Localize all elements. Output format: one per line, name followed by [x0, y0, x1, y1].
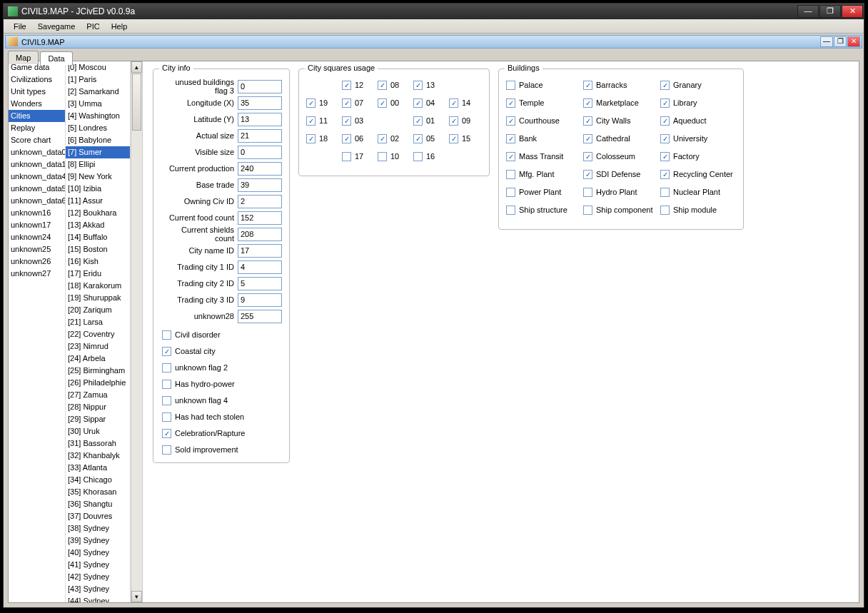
field-input[interactable]: [238, 146, 282, 159]
scroll-down-button[interactable]: ▾: [131, 591, 142, 602]
category-item[interactable]: unknown16: [9, 207, 65, 219]
field-input[interactable]: [238, 293, 282, 307]
square-checkbox[interactable]: 01: [413, 115, 448, 126]
minimize-button[interactable]: —: [797, 5, 819, 18]
square-checkbox[interactable]: 07: [342, 97, 376, 108]
category-item[interactable]: unknown_data6: [9, 195, 65, 207]
square-checkbox[interactable]: 19: [306, 97, 340, 108]
category-item[interactable]: unknown27: [9, 268, 65, 280]
building-checkbox[interactable]: Factory: [660, 151, 737, 162]
field-input[interactable]: [238, 195, 282, 208]
city-item[interactable]: [11] Assur: [66, 195, 130, 207]
field-input[interactable]: [238, 211, 282, 225]
city-item[interactable]: [30] Uruk: [66, 425, 130, 437]
city-item[interactable]: [9] New York: [66, 171, 130, 183]
scroll-thumb[interactable]: [132, 74, 141, 131]
city-item[interactable]: [20] Zariqum: [66, 304, 130, 316]
list-scrollbar[interactable]: ▴ ▾: [131, 61, 142, 602]
sub-restore-button[interactable]: ❐: [834, 36, 847, 47]
building-checkbox[interactable]: City Walls: [583, 115, 660, 126]
flag-checkbox[interactable]: unknown flag 4: [162, 395, 282, 406]
square-checkbox[interactable]: 02: [378, 133, 412, 144]
city-item[interactable]: [37] Douvres: [66, 510, 130, 522]
building-checkbox[interactable]: Granary: [660, 79, 737, 91]
flag-checkbox[interactable]: unknown flag 2: [162, 362, 282, 373]
square-checkbox[interactable]: 05: [413, 133, 448, 144]
city-item[interactable]: [29] Sippar: [66, 413, 130, 425]
city-item[interactable]: [31] Bassorah: [66, 437, 130, 450]
field-input[interactable]: [238, 113, 282, 126]
building-checkbox[interactable]: Temple: [506, 97, 583, 108]
city-item[interactable]: [22] Coventry: [66, 328, 130, 340]
city-item[interactable]: [23] Nimrud: [66, 340, 130, 353]
field-input[interactable]: [238, 244, 282, 258]
building-checkbox[interactable]: Aqueduct: [660, 115, 737, 126]
category-item[interactable]: unknown25: [9, 243, 65, 255]
category-item[interactable]: Unit types: [9, 86, 65, 98]
flag-checkbox[interactable]: Coastal city: [162, 345, 282, 357]
city-item[interactable]: [28] Nippur: [66, 401, 130, 413]
sub-close-button[interactable]: ✕: [847, 36, 860, 47]
field-input[interactable]: [238, 277, 282, 290]
city-item[interactable]: [19] Shuruppak: [66, 292, 130, 304]
city-item[interactable]: [25] Birmingham: [66, 365, 130, 377]
city-item[interactable]: [35] Khorasan: [66, 486, 130, 498]
city-item[interactable]: [39] Sydney: [66, 535, 130, 547]
square-checkbox[interactable]: 13: [413, 79, 448, 91]
building-checkbox[interactable]: Mfg. Plant: [506, 168, 583, 180]
city-item[interactable]: [13] Akkad: [66, 219, 130, 231]
menu-file[interactable]: File: [8, 21, 32, 32]
field-input[interactable]: [238, 129, 282, 143]
city-item[interactable]: [14] Buffalo: [66, 231, 130, 243]
building-checkbox[interactable]: Recycling Center: [660, 168, 737, 180]
square-checkbox[interactable]: 17: [342, 151, 376, 162]
building-checkbox[interactable]: University: [660, 133, 737, 144]
flag-checkbox[interactable]: Civil disorder: [162, 329, 282, 340]
square-checkbox[interactable]: 06: [342, 133, 376, 144]
building-checkbox[interactable]: Ship structure: [506, 204, 583, 216]
flag-checkbox[interactable]: Celebration/Rapture: [162, 427, 282, 439]
city-item[interactable]: [43] Sydney: [66, 583, 130, 595]
city-item[interactable]: [27] Zamua: [66, 389, 130, 401]
building-checkbox[interactable]: Palace: [506, 79, 583, 91]
city-list[interactable]: [0] Moscou[1] Paris[2] Samarkand[3] Umma…: [66, 61, 131, 602]
square-checkbox[interactable]: 16: [413, 151, 448, 162]
building-checkbox[interactable]: Mass Transit: [506, 151, 583, 162]
menu-help[interactable]: Help: [106, 21, 133, 32]
building-checkbox[interactable]: Colosseum: [583, 151, 660, 162]
tab-data[interactable]: Data: [40, 51, 72, 65]
category-item[interactable]: Wonders: [9, 98, 65, 110]
field-input[interactable]: [238, 162, 282, 176]
flag-checkbox[interactable]: Sold improvement: [162, 444, 282, 455]
building-checkbox[interactable]: Hydro Plant: [583, 186, 660, 198]
field-input[interactable]: [238, 310, 282, 323]
city-item[interactable]: [44] Sydney: [66, 595, 130, 602]
city-item[interactable]: [33] Atlanta: [66, 462, 130, 474]
square-checkbox[interactable]: 08: [378, 79, 412, 91]
building-checkbox[interactable]: Barracks: [583, 79, 660, 91]
square-checkbox[interactable]: 03: [342, 115, 376, 126]
category-list[interactable]: Game dataCivilizationsUnit typesWondersC…: [9, 61, 66, 602]
city-item[interactable]: [5] Londres: [66, 122, 130, 134]
city-item[interactable]: [16] Kish: [66, 255, 130, 268]
flag-checkbox[interactable]: Has hydro-power: [162, 378, 282, 390]
category-item[interactable]: unknown_data0: [9, 146, 65, 158]
city-item[interactable]: [26] Philadelphie: [66, 377, 130, 389]
square-checkbox[interactable]: 04: [413, 97, 448, 108]
building-checkbox[interactable]: SDI Defense: [583, 168, 660, 180]
city-item[interactable]: [18] Karakorum: [66, 280, 130, 292]
category-item[interactable]: unknown_data4: [9, 171, 65, 183]
city-item[interactable]: [1] Paris: [66, 74, 130, 86]
square-checkbox[interactable]: 00: [378, 97, 412, 108]
field-input[interactable]: [238, 260, 282, 274]
tab-map[interactable]: Map: [8, 51, 39, 64]
square-checkbox[interactable]: 09: [449, 115, 483, 126]
city-item[interactable]: [42] Sydney: [66, 571, 130, 583]
city-item[interactable]: [34] Chicago: [66, 474, 130, 486]
city-item[interactable]: [40] Sydney: [66, 547, 130, 559]
category-item[interactable]: Cities: [9, 110, 65, 122]
category-item[interactable]: Replay: [9, 122, 65, 134]
city-item[interactable]: [10] Izibia: [66, 183, 130, 195]
city-item[interactable]: [15] Boston: [66, 243, 130, 255]
titlebar[interactable]: CIVIL9.MAP - JCivED v0.0.9a — ❐ ✕: [4, 4, 864, 19]
